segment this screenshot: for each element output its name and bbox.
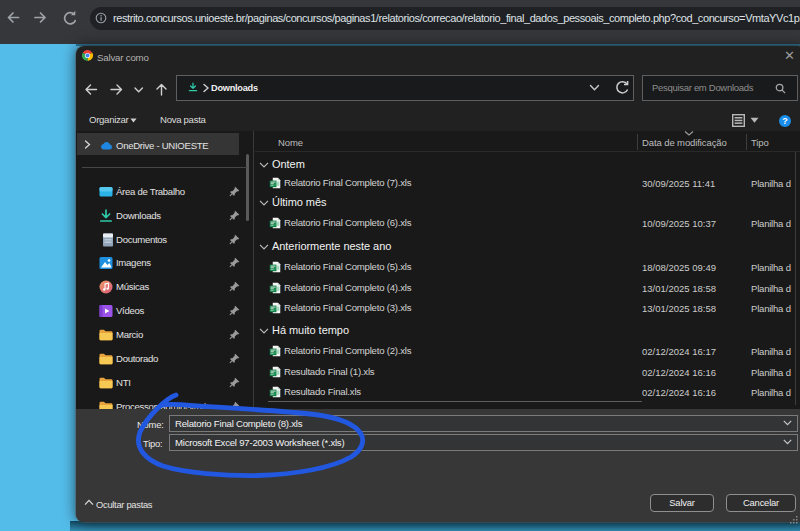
svg-text:?: ?: [782, 116, 788, 126]
